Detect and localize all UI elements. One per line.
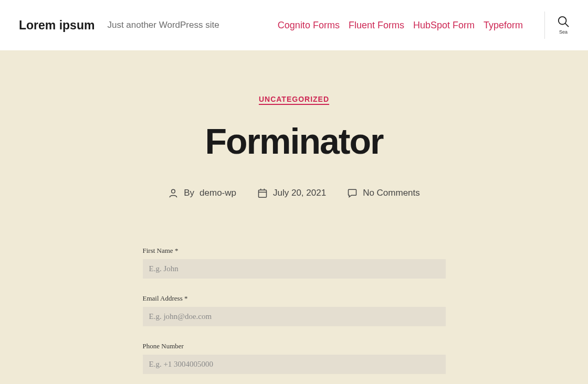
svg-point-2 [172,189,175,193]
search-button[interactable]: Sea [544,12,569,39]
email-label: Email Address * [143,294,446,303]
form-field-phone: Phone Number [143,342,446,374]
phone-label: Phone Number [143,342,446,350]
nav-link-fluent-forms[interactable]: Fluent Forms [349,20,404,31]
email-input[interactable] [143,307,446,326]
nav-link-typeform[interactable]: Typeform [484,20,523,31]
nav-link-hubspot-form[interactable]: HubSpot Form [413,20,475,31]
category-link[interactable]: UNCATEGORIZED [259,95,329,103]
post-title: Forminator [0,121,588,162]
user-icon [168,188,178,198]
site-tagline: Just another WordPress site [107,20,219,30]
phone-input[interactable] [143,355,446,374]
svg-line-1 [565,24,569,27]
meta-author: By demo-wp [168,188,236,198]
primary-nav: Cognito Forms Fluent Forms HubSpot Form … [278,12,569,39]
post-meta: By demo-wp July 20, 2021 No Comments [0,188,588,198]
comments-link[interactable]: No Comments [363,188,420,198]
first-name-label: First Name * [143,247,446,255]
svg-point-0 [559,17,566,25]
form-field-email: Email Address * [143,294,446,326]
author-link[interactable]: demo-wp [200,188,236,198]
form-field-first-name: First Name * [143,247,446,279]
svg-rect-3 [258,190,266,197]
meta-date: July 20, 2021 [257,188,326,198]
nav-link-cognito-forms[interactable]: Cognito Forms [278,20,340,31]
search-label: Sea [559,29,568,35]
search-icon [558,16,569,27]
main-content: UNCATEGORIZED Forminator By demo-wp July… [0,50,588,384]
site-header: Lorem ipsum Just another WordPress site … [0,0,588,50]
by-label: By [184,188,194,198]
form-container: First Name * Email Address * Phone Numbe… [141,247,448,384]
date-link[interactable]: July 20, 2021 [273,188,326,198]
first-name-input[interactable] [143,259,446,279]
site-title[interactable]: Lorem ipsum [19,18,94,33]
meta-comments: No Comments [347,188,420,198]
calendar-icon [257,188,268,198]
comment-icon [347,188,358,198]
